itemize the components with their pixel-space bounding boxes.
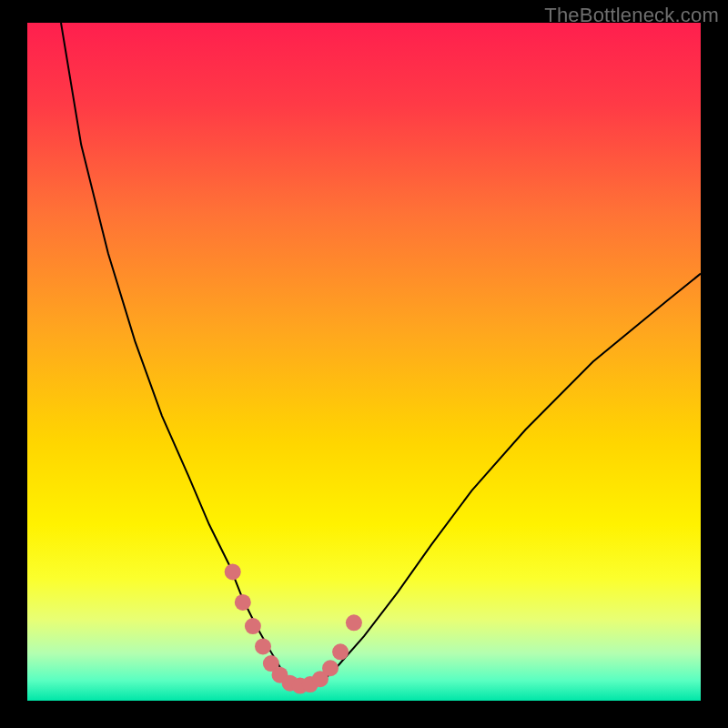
marker-dot [245,618,261,634]
marker-dot [255,638,271,654]
bottleneck-curve [61,23,701,686]
plot-frame [27,23,701,701]
marker-dot [225,563,241,580]
curve-layer [27,23,701,701]
marker-dot [235,594,251,611]
highlight-markers [225,563,362,693]
watermark-text: TheBottleneck.com [544,4,719,27]
marker-dot [332,643,349,660]
marker-dot [322,660,339,676]
marker-dot [346,614,362,631]
